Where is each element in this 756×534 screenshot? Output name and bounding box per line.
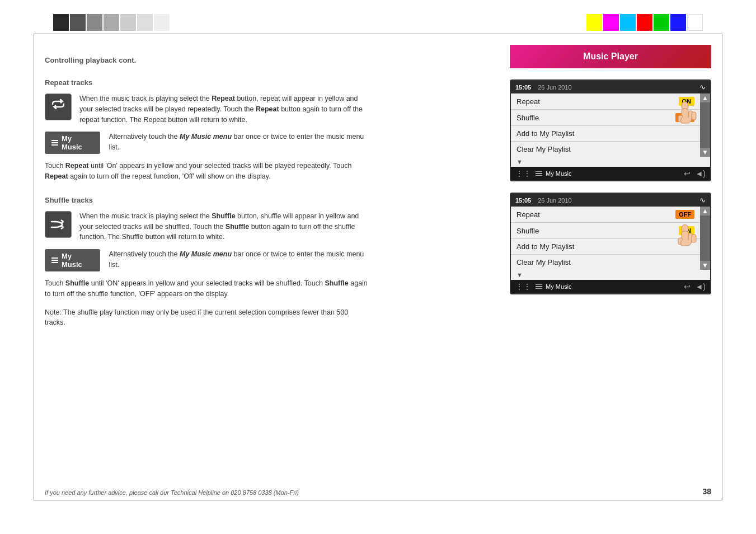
scroll-up-arrow-2[interactable]: ▲ xyxy=(702,207,708,216)
shuffle-icon-text-block: When the music track is playing select t… xyxy=(45,211,369,242)
color-bar-item xyxy=(620,14,636,31)
scroll-track-1 xyxy=(700,102,710,148)
clear-playlist-row-2[interactable]: Clear My Playlist xyxy=(511,255,700,270)
shuffle-body2: Touch Shuffle until 'ON' appears in yell… xyxy=(45,278,369,299)
color-bar-item xyxy=(654,14,669,31)
music-player-header: Music Player xyxy=(510,45,711,68)
repeat-my-music-label: My Music xyxy=(62,134,93,151)
bottom-menu-icon-2 xyxy=(536,284,542,289)
shuffle-icon-box xyxy=(45,211,72,238)
shuffle-my-music-row: My Music Alternatively touch the My Musi… xyxy=(45,249,369,271)
color-bar-left xyxy=(53,14,170,31)
add-playlist-row-2[interactable]: Add to My Playlist xyxy=(511,239,700,255)
left-content-area: Controlling playback cont. Repeat tracks… xyxy=(45,45,369,489)
shuffle-label-2: Shuffle xyxy=(516,227,679,235)
shuffle-status-1: OFF xyxy=(675,113,694,122)
back-icon-1[interactable]: ↩ xyxy=(684,169,691,178)
volume-icon-1[interactable]: ◄) xyxy=(695,169,706,178)
page-border-left xyxy=(34,34,34,500)
repeat-section-title: Repeat tracks xyxy=(45,78,369,87)
main-title: Controlling playback cont. xyxy=(45,56,369,64)
footer-text: If you need any further advice, please c… xyxy=(45,489,299,496)
color-bar-item xyxy=(104,14,119,31)
repeat-alt-text: Alternatively touch the My Music menu ba… xyxy=(109,132,369,153)
color-bar-item xyxy=(53,14,69,31)
shuffle-icon xyxy=(50,216,67,233)
clear-playlist-row-1[interactable]: Clear My Playlist xyxy=(511,142,700,157)
bottom-my-music-label-1: My Music xyxy=(546,170,571,177)
repeat-body-text: When the music track is playing select t… xyxy=(45,93,369,125)
status-bar-1: 15:05 26 Jun 2010 ∿ xyxy=(511,81,710,93)
shuffle-row-2[interactable]: Shuffle ON xyxy=(511,223,700,239)
clear-playlist-label-2: Clear My Playlist xyxy=(516,258,694,266)
repeat-icon xyxy=(50,99,67,115)
color-bar-item xyxy=(603,14,619,31)
color-bar-item xyxy=(70,14,86,31)
shuffle-section-title: Shuffle tracks xyxy=(45,196,369,204)
repeat-my-music-button[interactable]: My Music xyxy=(45,132,100,154)
bottom-my-music-1[interactable]: My Music xyxy=(536,170,679,177)
color-bar-item xyxy=(154,14,170,31)
bottom-menu-icon-1 xyxy=(536,171,542,176)
shuffle-my-music-button[interactable]: My Music xyxy=(45,249,100,271)
right-content-area: Music Player 15:05 26 Jun 2010 ∿ Repeat … xyxy=(510,45,711,489)
bottom-bar-2: ⋮⋮ My Music ↩ ◄) xyxy=(511,280,710,293)
date-2: 26 Jun 2010 xyxy=(538,197,693,204)
shuffle-note: Note: The shuffle play function may only… xyxy=(45,307,369,329)
color-bar-item xyxy=(120,14,136,31)
repeat-body2: Touch Repeat until 'On' appears in yello… xyxy=(45,161,369,182)
shuffle-menu-lines-icon xyxy=(51,257,58,263)
shuffle-my-music-label: My Music xyxy=(62,252,93,269)
page-border-bottom xyxy=(34,500,722,500)
clock-2: 15:05 xyxy=(515,197,531,204)
repeat-icon-text-block: When the music track is playing select t… xyxy=(45,93,369,125)
device-display-2: 15:05 26 Jun 2010 ∿ Repeat OFF Shuffle O… xyxy=(510,193,711,294)
menu-content-2: Repeat OFF Shuffle ON Add to My Playlist… xyxy=(511,207,710,270)
color-bar-item xyxy=(137,14,153,31)
shuffle-label-1: Shuffle xyxy=(516,114,675,122)
wifi-icon-1: ∿ xyxy=(699,83,706,91)
bottom-bar-1: ⋮⋮ My Music ↩ ◄) xyxy=(511,167,710,180)
volume-icon-2[interactable]: ◄) xyxy=(695,282,706,291)
menu-lines-icon xyxy=(51,140,58,146)
repeat-status-2: OFF xyxy=(675,210,694,219)
repeat-row-2[interactable]: Repeat OFF xyxy=(511,207,700,223)
scroll-down-arrow-2[interactable]: ▼ xyxy=(702,261,708,270)
scroll-down-arrow-1[interactable]: ▼ xyxy=(702,148,708,157)
repeat-row-1[interactable]: Repeat ON xyxy=(511,93,700,110)
bottom-my-music-label-2: My Music xyxy=(546,283,571,290)
shuffle-status-2: ON xyxy=(679,226,695,235)
color-bar-item xyxy=(87,14,102,31)
device-screen-2: 15:05 26 Jun 2010 ∿ Repeat OFF Shuffle O… xyxy=(510,193,711,294)
clear-playlist-label-1: Clear My Playlist xyxy=(516,145,694,153)
color-bar-item xyxy=(687,14,703,31)
menu-rows-1: Repeat ON Shuffle OFF Add to My Playlist… xyxy=(511,93,700,157)
shuffle-row-1[interactable]: Shuffle OFF xyxy=(511,110,700,126)
page-number: 38 xyxy=(702,487,711,496)
menu-content-1: Repeat ON Shuffle OFF Add to My Playlist… xyxy=(511,93,710,157)
color-bar-item xyxy=(670,14,686,31)
shuffle-body-text: When the music track is playing select t… xyxy=(45,211,369,242)
device-display-1: 15:05 26 Jun 2010 ∿ Repeat ON Shuffle OF… xyxy=(510,79,711,181)
color-bar-right xyxy=(586,14,703,31)
dots-icon-1: ⋮⋮ xyxy=(515,169,531,178)
page-border-right xyxy=(722,34,722,500)
date-1: 26 Jun 2010 xyxy=(538,84,693,91)
scroll-track-2 xyxy=(700,216,710,261)
bottom-my-music-2[interactable]: My Music xyxy=(536,283,679,290)
shuffle-alt-text: Alternatively touch the My Music menu ba… xyxy=(109,249,369,270)
scroll-indicator-2: ▼ xyxy=(511,270,710,280)
wifi-icon-2: ∿ xyxy=(699,196,706,204)
status-bar-2: 15:05 26 Jun 2010 ∿ xyxy=(511,194,710,207)
menu-rows-2: Repeat OFF Shuffle ON Add to My Playlist… xyxy=(511,207,700,270)
scrollbar-2: ▲ ▼ xyxy=(700,207,710,270)
repeat-label-1: Repeat xyxy=(516,97,679,106)
device-screen-1: 15:05 26 Jun 2010 ∿ Repeat ON Shuffle OF… xyxy=(510,79,711,181)
add-playlist-row-1[interactable]: Add to My Playlist xyxy=(511,126,700,142)
back-icon-2[interactable]: ↩ xyxy=(684,282,691,291)
repeat-status-1: ON xyxy=(679,97,695,106)
add-playlist-label-1: Add to My Playlist xyxy=(516,129,694,138)
color-bar-item xyxy=(586,14,602,31)
scroll-up-arrow-1[interactable]: ▲ xyxy=(702,93,708,102)
scroll-indicator-1: ▼ xyxy=(511,157,710,167)
